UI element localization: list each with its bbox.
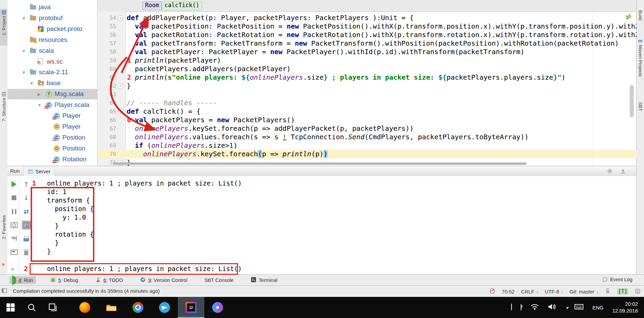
monitor-icon[interactable] xyxy=(9,247,19,257)
tree-item-scala-2-11[interactable]: ▼scala-2.11 xyxy=(7,67,97,78)
tree-item-player[interactable]: OPlayer xyxy=(7,122,97,132)
tree-item-player-scala[interactable]: ▼CPlayer.scala xyxy=(7,100,97,110)
tree-expand-arrow-icon[interactable]: ▼ xyxy=(37,103,42,108)
clear-icon[interactable] xyxy=(21,247,31,257)
toolwindow-button--debug[interactable]: 5: Debug xyxy=(47,276,81,285)
tree-item-label: packet.proto xyxy=(47,25,82,33)
tree-expand-arrow-icon[interactable]: ▼ xyxy=(30,81,34,86)
tool-strip-button[interactable]: Build xyxy=(637,9,644,22)
code-token: p => xyxy=(262,150,282,158)
fold-marker-icon[interactable]: ∨ xyxy=(118,16,123,21)
status-widget[interactable]: UTF-8 ↕ xyxy=(545,289,563,295)
code-token: new xyxy=(295,39,307,47)
gear-icon[interactable] xyxy=(607,168,613,175)
more-actions-button[interactable]: » xyxy=(7,266,18,272)
tree-item-position[interactable]: OPosition xyxy=(7,143,97,154)
up-icon[interactable]: ↑ xyxy=(21,179,31,189)
editor-vscrollbar[interactable] xyxy=(630,85,634,117)
wifi-icon[interactable] xyxy=(530,303,539,312)
line-number: 54 xyxy=(97,14,116,22)
tree-item-position[interactable]: CPosition xyxy=(7,132,97,143)
status-widget[interactable]: [T] xyxy=(617,288,628,295)
telegram-icon[interactable] xyxy=(151,297,178,318)
run-tab-server[interactable]: Server xyxy=(23,166,55,176)
taskview-icon[interactable] xyxy=(42,297,63,318)
swirl-icon[interactable] xyxy=(204,297,231,318)
tree-item-resources[interactable]: resources xyxy=(7,35,97,45)
mnemonic-key: 4 xyxy=(18,277,21,283)
chevron-up-icon[interactable] xyxy=(511,304,512,311)
favorites-star-icon[interactable]: ★ xyxy=(1,261,5,268)
code-editor[interactable]: RoomcalcTick() 54∨def addPlayerPacket(p:… xyxy=(97,0,637,166)
event-log-button[interactable]: Event Log xyxy=(602,276,632,282)
tree-item-player[interactable]: CPlayer xyxy=(7,111,97,121)
hide-icon[interactable] xyxy=(620,168,626,175)
down-icon[interactable]: ↓ xyxy=(21,193,31,203)
tool-strip-button[interactable]: 1: Project xyxy=(0,9,7,46)
touch-keyboard-icon[interactable] xyxy=(575,303,583,312)
toolwindow-button-sbt-console[interactable]: SBT Console xyxy=(202,276,236,284)
editor-tab-room[interactable]: Room xyxy=(142,1,162,10)
chrome-icon[interactable] xyxy=(125,297,151,318)
explorer-icon[interactable] xyxy=(98,297,125,318)
search-icon[interactable] xyxy=(21,297,42,318)
volume-icon[interactable] xyxy=(548,303,557,312)
screenshot-icon[interactable] xyxy=(9,220,19,230)
project-tree[interactable]: java▼protobufPpacket.protoresources▼scal… xyxy=(7,0,97,166)
language-indicator[interactable]: ENG xyxy=(592,305,603,311)
tree-item-base[interactable]: ▼base xyxy=(7,78,97,89)
exit-icon[interactable] xyxy=(9,234,19,244)
tree-item-rotation[interactable]: CRotation xyxy=(7,154,97,165)
right-tool-strip: BuildmMaven ProjectsSBT xyxy=(636,0,644,274)
code-token: s"online players: xyxy=(168,73,241,81)
tree-item-scala[interactable]: ▼scala xyxy=(7,46,97,56)
code-token: val xyxy=(135,48,147,56)
tree-expand-arrow-icon[interactable]: ▶ xyxy=(37,92,41,97)
line-number: 66 xyxy=(97,116,116,124)
robot-icon[interactable] xyxy=(635,288,641,295)
tree-expand-arrow-icon[interactable]: ▼ xyxy=(22,16,26,21)
taskbar-clock[interactable]: 20:02 12.09.2016 xyxy=(612,301,638,315)
toolwindow-button--run[interactable]: 4: Run xyxy=(10,276,36,284)
scratch-icon xyxy=(38,58,43,66)
toolwindow-button-terminal[interactable]: Terminal xyxy=(248,276,280,285)
status-widget[interactable]: CRLF ↕ xyxy=(521,289,538,295)
tree-item-java[interactable]: java xyxy=(7,2,97,13)
status-widget[interactable]: Git: master ↕ xyxy=(569,289,598,295)
scroll-end-icon[interactable]: ↓ xyxy=(21,220,31,230)
tool-strip-button[interactable]: SBT xyxy=(637,101,644,112)
code-token: packetRotation: PacketRotation = xyxy=(147,31,286,39)
tree-item-msg-scala[interactable]: ▶TMsg.scala xyxy=(7,89,97,99)
fold-marker-icon[interactable]: ∧ xyxy=(118,84,123,89)
status-widget[interactable]: 70:52 xyxy=(502,289,515,295)
stop-icon[interactable] xyxy=(9,193,19,203)
fold-marker-icon[interactable]: ∨ xyxy=(118,109,123,114)
gauge-icon[interactable] xyxy=(489,288,495,295)
toolwindow-toggle-icon[interactable] xyxy=(1,288,7,295)
lock-icon[interactable] xyxy=(605,288,611,295)
inspection-ok-icon[interactable] xyxy=(625,13,632,22)
mnemonic-key: 6 xyxy=(104,277,106,283)
firefox-icon[interactable] xyxy=(72,297,98,318)
editor-hscrollbar[interactable] xyxy=(113,162,527,165)
tree-item-protobuf[interactable]: ▼protobuf xyxy=(7,13,97,23)
tree-item-packet-proto[interactable]: Ppacket.proto xyxy=(7,24,97,34)
editor-tab-calc[interactable]: calcTick() xyxy=(162,1,202,10)
toolwindow-button--todo[interactable]: 6: TODO xyxy=(93,276,126,285)
battery-icon[interactable] xyxy=(521,304,521,311)
toolwindow-button--version-control[interactable]: 9: Version Control xyxy=(137,276,190,285)
run-console[interactable]: online players: 1 ; players in packet si… xyxy=(7,176,636,274)
tree-item-ws-sc[interactable]: ws.sc xyxy=(7,57,97,67)
rerun-icon[interactable] xyxy=(9,179,19,189)
restart-icon[interactable]: ⇄ xyxy=(21,206,31,217)
event-log-icon xyxy=(602,276,608,282)
idea-icon[interactable]: IJ xyxy=(178,297,204,318)
tree-expand-arrow-icon[interactable]: ▼ xyxy=(22,70,26,75)
tool-strip-button[interactable]: mMaven Projects xyxy=(637,37,644,78)
tool-strip-button[interactable]: 7: Structure xyxy=(0,91,7,140)
tree-expand-arrow-icon[interactable]: ▼ xyxy=(22,49,26,53)
print-icon[interactable] xyxy=(21,234,31,244)
pause-icon[interactable] xyxy=(9,206,19,217)
start-icon[interactable] xyxy=(0,297,21,318)
tool-strip-button[interactable]: 2: Favorites xyxy=(0,214,7,261)
